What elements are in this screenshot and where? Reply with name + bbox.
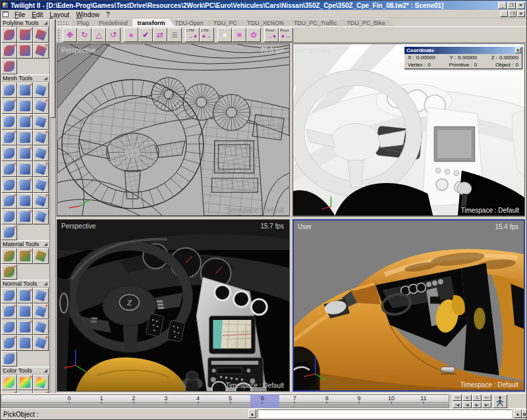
section-header-mesh-tools[interactable]: Mesh Tools◢ <box>1 74 49 82</box>
mesh-tool-6[interactable] <box>33 98 49 114</box>
exterior-scene[interactable] <box>294 221 524 391</box>
section-header-polyline-tools[interactable]: Polyline Tools◢ <box>1 19 49 27</box>
mesh-tool-3[interactable] <box>33 82 49 98</box>
tab-tdu-pc-bike[interactable]: TDU_PC_Bike <box>341 18 395 26</box>
normal-tool-13[interactable] <box>1 351 17 367</box>
shaded-scene[interactable] <box>293 44 524 216</box>
normal-tool-1[interactable] <box>1 288 17 303</box>
mesh-tool-9[interactable] <box>33 114 49 130</box>
restore-button-child[interactable]: ❐ <box>509 11 516 17</box>
toolbar-grip[interactable] <box>57 29 61 41</box>
pick-spinner-button[interactable]: ▲ <box>248 409 256 418</box>
normal-tool-2[interactable] <box>17 288 33 303</box>
mesh-tool-22[interactable] <box>1 193 17 209</box>
section-header-normal-tools[interactable]: Normal Tools◢ <box>1 280 49 288</box>
mesh-tool-25[interactable] <box>1 209 17 224</box>
section-expand-icon[interactable]: ◢ <box>44 74 49 82</box>
timeline-ruler[interactable]: 0123456789101112 <box>1 394 449 403</box>
polyline-tool-2[interactable] <box>17 27 33 43</box>
tab-transform[interactable]: transform <box>132 18 175 26</box>
polyline-tool-4[interactable] <box>1 43 17 59</box>
timeline-current-frame[interactable] <box>250 394 279 408</box>
mesh-tool-10[interactable] <box>1 130 17 145</box>
minimize-button[interactable]: _ <box>498 2 507 9</box>
section-expand-icon[interactable]: ◢ <box>44 367 49 375</box>
polyline-tool-1[interactable] <box>1 27 17 43</box>
normal-tool-9[interactable] <box>33 319 49 335</box>
viewport-top-right-shaded[interactable]: Perspective Timespace : Default Coordina… <box>292 43 525 217</box>
polyline-tool-6[interactable] <box>33 43 49 59</box>
go-start-button[interactable]: |◀ <box>453 402 462 408</box>
mesh-tool-19[interactable] <box>1 177 17 193</box>
textured-interior-scene[interactable]: Z <box>57 220 289 392</box>
normal-tool-6[interactable] <box>33 303 49 319</box>
copy-key-button[interactable]: ⊷ <box>482 394 491 401</box>
pick-object-input[interactable] <box>258 409 512 418</box>
tool-pink-wheel-button[interactable]: ✿ <box>246 28 261 42</box>
tool-link-arrows-button[interactable]: ⇄ <box>153 28 167 42</box>
normal-tool-5[interactable] <box>17 303 33 319</box>
tool-translate-button[interactable]: ✥ <box>63 28 77 42</box>
tab-tdu-pc-traffic[interactable]: TDU_PC_Traffic <box>289 18 347 26</box>
menu-edit[interactable]: Edit <box>28 11 46 18</box>
tab-tdu-pc[interactable]: TDU_PC <box>208 18 246 26</box>
mesh-tool-14[interactable] <box>17 145 33 161</box>
play-button[interactable]: ▶ <box>472 402 482 408</box>
mesh-tool-20[interactable] <box>17 177 33 193</box>
section-expand-icon[interactable]: ◢ <box>44 19 49 27</box>
status-up-button[interactable]: ▲ <box>514 409 522 418</box>
character-mode-button[interactable] <box>493 394 507 408</box>
close-button[interactable]: ✕ <box>516 2 525 9</box>
section-header-color-tools[interactable]: Color Tools◢ <box>1 367 49 375</box>
tool-paste-transform-button[interactable]: ↺ <box>106 28 121 42</box>
viewport-label[interactable]: Perspective <box>297 47 331 54</box>
normal-tool-7[interactable] <box>1 319 17 335</box>
mesh-tool-21[interactable] <box>33 177 49 193</box>
material-tool-3[interactable] <box>33 248 49 264</box>
wireframe-scene[interactable] <box>57 44 289 216</box>
tool-pivot-out-button[interactable]: Pivot●→ <box>279 28 293 42</box>
tool-list-button[interactable]: ≣ <box>167 28 182 42</box>
mesh-tool-12[interactable] <box>33 130 49 145</box>
normal-tool-11[interactable] <box>17 335 33 351</box>
mesh-tool-27[interactable] <box>33 209 49 224</box>
polyline-tool-5[interactable] <box>17 43 33 59</box>
tab-predefined[interactable]: Predefined <box>94 18 137 26</box>
mesh-tool-2[interactable] <box>17 82 33 98</box>
coordinate-close-button[interactable]: ✕ <box>515 47 521 53</box>
mesh-tool-28[interactable] <box>1 224 17 240</box>
record-button[interactable]: ● <box>462 394 472 401</box>
viewport-label[interactable]: Perspective <box>61 223 96 230</box>
menu-layout[interactable]: Layout <box>46 11 72 18</box>
menu-help[interactable]: ? <box>103 11 113 18</box>
polyline-tool-3[interactable] <box>33 27 49 43</box>
tab-tdu-open[interactable]: TDU-Open <box>170 18 213 26</box>
mesh-tool-18[interactable] <box>33 161 49 177</box>
tool-pivot-in-button[interactable]: Pivot→● <box>264 28 279 42</box>
tab-tdu-xenon[interactable]: TDU_XENON <box>242 18 293 26</box>
document-icon[interactable] <box>3 11 9 17</box>
mesh-tool-7[interactable] <box>1 114 17 130</box>
mesh-tool-4[interactable] <box>1 98 17 114</box>
color-tool-1[interactable] <box>1 375 17 390</box>
normal-tool-10[interactable] <box>1 335 17 351</box>
mesh-tool-17[interactable] <box>17 161 33 177</box>
viewport-label[interactable]: User <box>298 223 312 230</box>
tool-rotate-button[interactable]: ↻ <box>77 28 92 42</box>
mesh-tool-11[interactable] <box>17 130 33 145</box>
menu-file[interactable]: File <box>11 11 28 18</box>
menu-window[interactable]: Window <box>72 11 103 18</box>
polyline-tool-7[interactable] <box>1 59 17 74</box>
tool-pink-box-button[interactable]: ■ <box>232 28 246 42</box>
color-tool-2[interactable] <box>17 375 33 390</box>
normal-tool-3[interactable] <box>33 288 49 303</box>
mesh-tool-26[interactable] <box>17 209 33 224</box>
tool-ltm-in-button[interactable]: LTM→● <box>185 28 200 42</box>
tool-toggle-check-button[interactable]: ✔ <box>138 28 153 42</box>
mesh-tool-24[interactable] <box>33 193 49 209</box>
mesh-tool-8[interactable] <box>17 114 33 130</box>
normal-tool-4[interactable] <box>1 303 17 319</box>
color-tool-3[interactable] <box>33 375 49 390</box>
viewport-bottom-right-exterior[interactable]: User 15.4 fps Timespace : Default <box>292 219 525 392</box>
set-key-button[interactable]: ⊶ <box>453 394 462 401</box>
